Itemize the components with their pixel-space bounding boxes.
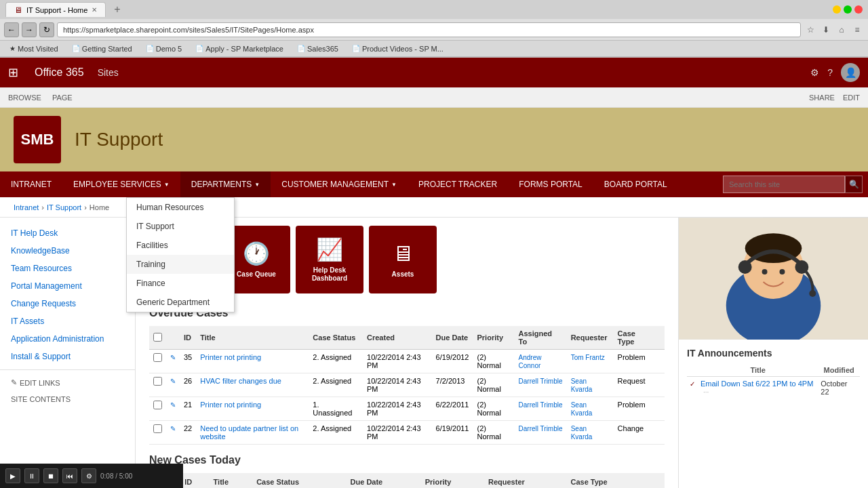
nav-customer-management[interactable]: CUSTOMER MANAGEMENT ▼ (271, 171, 408, 197)
row-checkbox[interactable] (153, 401, 162, 409)
case-title-link[interactable]: Need to update partner list on website (200, 424, 298, 441)
dropdown-human-resources[interactable]: Human Resources (127, 198, 234, 217)
video-play-button[interactable]: ▶ (5, 468, 20, 483)
case-title-link[interactable]: Printer not printing (200, 353, 261, 361)
bookmark-getting-started[interactable]: 📄 Getting Started (68, 43, 136, 54)
nav-departments[interactable]: DEPARTMENTS ▼ (180, 171, 271, 197)
nav-intranet[interactable]: INTRANET (0, 171, 62, 197)
video-settings-button[interactable]: ⚙ (81, 468, 96, 483)
tile-help-desk-dashboard[interactable]: 📈 Help Desk Dashboard (296, 226, 363, 293)
settings-icon[interactable]: ≡ (850, 23, 864, 37)
bookmark-label-4: Apply - SP Marketplace (205, 45, 283, 53)
case-title-link[interactable]: HVAC filter changes due (200, 377, 281, 385)
user-avatar[interactable]: 👤 (841, 63, 860, 82)
sidebar-item-change-requests[interactable]: Change Requests (0, 295, 135, 312)
sidebar-item-it-help-desk[interactable]: IT Help Desk (0, 224, 135, 242)
tab-close-button[interactable]: ✕ (92, 6, 97, 14)
nav-customer-management-label: CUSTOMER MANAGEMENT (281, 180, 389, 189)
announcement-title-link[interactable]: Email Down Sat 6/22 1PM to 4PM (701, 380, 813, 388)
row-checkbox[interactable] (153, 424, 162, 433)
sidebar-edit-links[interactable]: ✎ EDIT LINKS (0, 374, 135, 391)
tile-assets[interactable]: 🖥 Assets (369, 226, 437, 293)
select-all-checkbox[interactable] (153, 333, 162, 342)
browser-tab[interactable]: 🖥 IT Support - Home ✕ (5, 2, 106, 17)
ann-ellipsis[interactable]: ··· (703, 388, 709, 396)
dropdown-it-support[interactable]: IT Support (127, 217, 234, 236)
smb-logo: SMB (14, 116, 61, 163)
settings-gear-icon[interactable]: ⚙ (810, 67, 819, 78)
forward-button[interactable]: → (22, 22, 37, 37)
edit-icon[interactable]: ✎ (170, 354, 176, 361)
breadcrumb-intranet[interactable]: Intranet (14, 203, 39, 211)
download-icon[interactable]: ⬇ (819, 23, 833, 37)
assigned-person-link[interactable]: Darrell Trimble (519, 378, 563, 385)
url-bar[interactable]: https://spmarketplace.sharepoint.com/sit… (57, 22, 801, 37)
refresh-button[interactable]: ↻ (39, 22, 54, 37)
video-pause-button[interactable]: ⏸ (24, 468, 39, 483)
bookmark-most-visited[interactable]: ★ Most Visited (5, 43, 62, 54)
row-checkbox[interactable] (153, 353, 162, 362)
ribbon-share[interactable]: SHARE (809, 94, 835, 102)
sidebar-item-it-assets[interactable]: IT Assets (0, 312, 135, 330)
window-controls (833, 5, 863, 14)
requester-person-link[interactable]: Sean Kvarda (571, 425, 593, 441)
row-created-cell: 10/22/2014 2:43 PM (363, 350, 432, 373)
video-stop-button[interactable]: ⏹ (43, 468, 58, 483)
assets-icon: 🖥 (392, 241, 414, 266)
case-title-link[interactable]: Printer not printing (200, 401, 261, 409)
row-title-cell: Printer not printing (196, 397, 309, 421)
bookmarks-bar: ★ Most Visited 📄 Getting Started 📄 Demo … (0, 41, 868, 57)
nav-board-portal[interactable]: BOARD PORTAL (593, 171, 678, 197)
row-checkbox[interactable] (153, 377, 162, 386)
sidebar-item-team-resources[interactable]: Team Resources (0, 260, 135, 277)
sites-label[interactable]: Sites (98, 67, 119, 78)
dropdown-facilities[interactable]: Facilities (127, 236, 234, 255)
back-button[interactable]: ← (4, 22, 19, 37)
bookmark-demo5[interactable]: 📄 Demo 5 (142, 43, 186, 54)
svg-point-4 (738, 260, 752, 274)
ribbon-edit[interactable]: EDIT (843, 94, 860, 102)
video-rewind-button[interactable]: ⏮ (62, 468, 77, 483)
sidebar-item-portal-management[interactable]: Portal Management (0, 277, 135, 295)
bookmark-sales365[interactable]: 📄 Sales365 (293, 43, 342, 54)
assigned-person-link[interactable]: Darrell Trimble (519, 401, 563, 409)
help-icon[interactable]: ? (827, 67, 833, 78)
ribbon-page[interactable]: PAGE (52, 94, 73, 102)
bookmark-product-videos[interactable]: 📄 Product Videos - SP M... (348, 43, 448, 54)
nav-project-tracker[interactable]: PROJECT TRACKER (408, 171, 508, 197)
nav-search-button[interactable]: 🔍 (845, 176, 863, 193)
dropdown-finance[interactable]: Finance (127, 274, 234, 293)
edit-icon[interactable]: ✎ (170, 401, 176, 409)
maximize-button[interactable] (844, 5, 852, 14)
ribbon-browse[interactable]: BROWSE (8, 94, 41, 102)
home-icon[interactable]: ⌂ (835, 23, 848, 37)
dropdown-training[interactable]: Training (127, 255, 234, 274)
dropdown-generic-department[interactable]: Generic Department (127, 293, 234, 312)
grid-icon[interactable]: ⊞ (8, 65, 18, 80)
requester-person-link[interactable]: Tom Frantz (571, 354, 605, 361)
close-button[interactable] (854, 5, 863, 14)
requester-person-link[interactable]: Sean Kvarda (571, 378, 593, 393)
nav-forms-portal[interactable]: FORMS PORTAL (508, 171, 593, 197)
ann-checkmark-icon: ✓ (690, 380, 695, 388)
edit-icon[interactable]: ✎ (170, 425, 176, 432)
office365-title[interactable]: Office 365 (35, 66, 84, 79)
nav-employee-services[interactable]: EMPLOYEE SERVICES ▼ (62, 171, 180, 197)
sidebar-item-knowledgebase[interactable]: KnowledgeBase (0, 242, 135, 260)
breadcrumb-it-support[interactable]: IT Support (47, 203, 81, 211)
minimize-button[interactable] (833, 5, 841, 14)
star-icon[interactable]: ☆ (804, 23, 817, 37)
nav-search-input[interactable] (723, 176, 845, 193)
bookmark-label-5: Sales365 (307, 45, 338, 53)
ann-title-cell: Email Down Sat 6/22 1PM to 4PM ··· (698, 377, 818, 399)
assigned-person-link[interactable]: Darrell Trimble (519, 425, 563, 432)
new-tab-button[interactable]: + (111, 3, 123, 16)
assigned-person-link[interactable]: Andrew Connor (519, 354, 542, 369)
requester-person-link[interactable]: Sean Kvarda (571, 401, 593, 417)
sidebar-item-install-support[interactable]: Install & Support (0, 348, 135, 365)
edit-icon[interactable]: ✎ (170, 378, 176, 385)
browser-nav-icons: ☆ ⬇ ⌂ ≡ (804, 23, 864, 37)
sidebar-site-contents[interactable]: SITE CONTENTS (0, 391, 135, 407)
bookmark-apply[interactable]: 📄 Apply - SP Marketplace (191, 43, 288, 54)
sidebar-item-app-admin[interactable]: Application Administration (0, 330, 135, 348)
